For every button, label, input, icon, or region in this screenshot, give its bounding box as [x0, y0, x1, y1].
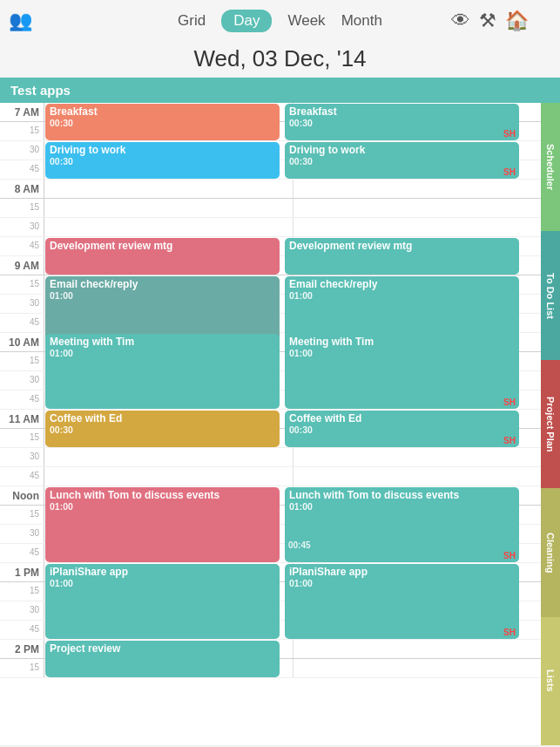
section-title: Test apps	[10, 83, 71, 98]
event-title: Development review mtg	[289, 240, 515, 252]
wrench-icon[interactable]: ⚒	[479, 10, 496, 32]
time-label-13: 15	[0, 352, 44, 370]
event-duration: 01:00	[50, 290, 275, 301]
event-sh-badge: SH	[503, 167, 516, 177]
event-title: Email check/reply	[289, 278, 515, 290]
nav-month[interactable]: Month	[341, 12, 382, 30]
event-breakfast-col1[interactable]: Breakfast00:30SH	[285, 104, 519, 140]
event-lunch-with-tom-to-discuss-events-col0[interactable]: Lunch with Tom to discuss events01:00	[45, 487, 280, 562]
tab-cleaning[interactable]: Cleaning	[541, 488, 560, 616]
time-label-26: 30	[0, 601, 44, 620]
time-label-20: Noon	[0, 486, 44, 505]
event-iplanishare-app-col0[interactable]: iPlaniShare app01:00	[45, 564, 280, 639]
event-project-review-col0[interactable]: Project review	[45, 641, 280, 677]
nav-day[interactable]: Day	[221, 10, 272, 32]
col-right-19	[293, 467, 542, 486]
event-duration: 00:30	[289, 156, 515, 166]
col-left-5	[44, 199, 293, 217]
time-label-15: 45	[0, 390, 44, 409]
date-bar: Wed, 03 Dec, '14	[0, 42, 560, 78]
event-sh-badge: SH	[503, 551, 516, 560]
time-label-10: 30	[0, 295, 44, 313]
event-development-review-mtg-col0[interactable]: Development review mtg	[45, 238, 280, 275]
time-label-0: 7 AM	[0, 103, 44, 121]
event-title: Project review	[50, 642, 275, 655]
event-coffee-with-ed-col0[interactable]: Coffee with Ed00:30	[45, 411, 280, 447]
time-label-5: 15	[0, 199, 44, 217]
event-title: iPlaniShare app	[289, 566, 515, 578]
tab-scheduler[interactable]: Scheduler	[541, 103, 560, 231]
event-sh-badge: SH	[503, 436, 516, 445]
time-row-4: 8 AM	[0, 180, 541, 199]
event-breakfast-col0[interactable]: Breakfast00:30	[45, 104, 280, 140]
schedule-container[interactable]: 7 AM1530458 AM1530459 AM15304510 AM15304…	[0, 103, 541, 745]
time-label-16: 11 AM	[0, 410, 44, 428]
home-icon[interactable]: 🏠	[505, 10, 529, 32]
time-label-2: 30	[0, 141, 44, 160]
tab-project-plan[interactable]: Project Plan	[541, 360, 560, 488]
col-left-4	[44, 180, 293, 198]
col-right-4	[293, 180, 542, 198]
event-meeting-with-tim-col1[interactable]: Meeting with Tim01:00SH	[285, 334, 519, 409]
event-duration: 00:30	[289, 424, 515, 435]
time-label-23: 45	[0, 544, 44, 562]
event-duration: 01:00	[289, 290, 515, 301]
time-label-11: 45	[0, 314, 44, 332]
col-left-19	[44, 467, 293, 486]
time-label-17: 15	[0, 429, 44, 447]
event-title: Coffee with Ed	[289, 412, 515, 424]
event-duration: 00:30	[50, 424, 275, 435]
time-row-18: 30	[0, 448, 541, 467]
event-title: Email check/reply	[50, 278, 275, 290]
col-left-6	[44, 218, 293, 236]
time-label-22: 30	[0, 525, 44, 543]
event-driving-to-work-col1[interactable]: Driving to work00:30SH	[285, 142, 519, 179]
time-label-28: 2 PM	[0, 640, 44, 658]
event-sh-badge: SH	[503, 397, 516, 407]
col-right-28	[293, 640, 542, 658]
tab-todo[interactable]: To Do List	[541, 231, 560, 359]
event-driving-to-work-col0[interactable]: Driving to work00:30	[45, 142, 280, 179]
event-duration: 01:00	[289, 501, 515, 512]
nav-week[interactable]: Week	[287, 12, 325, 30]
event-title: Driving to work	[289, 144, 515, 156]
col-right-5	[293, 199, 542, 217]
time-grid: 7 AM1530458 AM1530459 AM15304510 AM15304…	[0, 103, 541, 678]
time-label-4: 8 AM	[0, 180, 44, 198]
time-label-6: 30	[0, 218, 44, 236]
event-duration: 00:30	[50, 118, 275, 128]
time-row-6: 30	[0, 218, 541, 237]
event-title: iPlaniShare app	[50, 566, 275, 578]
time-label-14: 30	[0, 371, 44, 390]
event-title: Development review mtg	[50, 240, 275, 252]
event-title: Coffee with Ed	[50, 412, 275, 424]
time-label-12: 10 AM	[0, 333, 44, 351]
event-sh-badge: SH	[503, 628, 516, 637]
time-label-24: 1 PM	[0, 563, 44, 581]
side-tabs: Scheduler To Do List Project Plan Cleani…	[541, 103, 560, 745]
event-title: Driving to work	[50, 144, 275, 156]
event-duration: 01:00	[50, 348, 275, 358]
tab-lists[interactable]: Lists	[541, 617, 560, 745]
event-lunch-with-tom-to-discuss-events-col1[interactable]: Lunch with Tom to discuss events01:00SH	[285, 487, 519, 562]
event-title: Lunch with Tom to discuss events	[50, 489, 275, 501]
col-right-29	[293, 659, 542, 677]
header-nav: Grid Day Week Month	[178, 10, 382, 32]
event-development-review-mtg-col1[interactable]: Development review mtg	[285, 238, 519, 275]
eye-icon[interactable]: 👁	[451, 10, 470, 32]
nav-grid[interactable]: Grid	[178, 12, 206, 30]
time-label-21: 15	[0, 506, 44, 524]
time-label-8: 9 AM	[0, 256, 44, 275]
event-meeting-with-tim-col0[interactable]: Meeting with Tim01:00	[45, 334, 280, 409]
event-coffee-with-ed-col1[interactable]: Coffee with Ed00:30SH	[285, 411, 519, 447]
event-duration: 01:00	[50, 501, 275, 512]
event-duration: 01:00	[50, 578, 275, 588]
event-iplanishare-app-col1[interactable]: iPlaniShare app01:00SH	[285, 564, 519, 639]
people-icon[interactable]: 👥	[9, 10, 32, 32]
time-label-27: 45	[0, 621, 44, 639]
time-row-5: 15	[0, 199, 541, 218]
event-duration: 00:30	[289, 118, 515, 128]
event-duration: 00:30	[50, 156, 275, 166]
header: 👥 Grid Day Week Month 👁 ⚒ 🏠	[0, 0, 560, 42]
time-label-7: 45	[0, 237, 44, 255]
